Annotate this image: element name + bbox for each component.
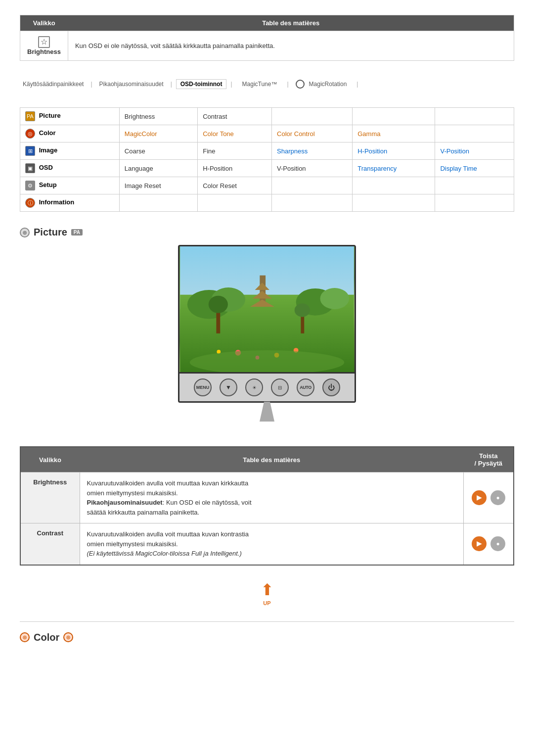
menu-color-control[interactable]: Color Control <box>272 125 353 142</box>
menu-table: PA Picture Brightness Contrast ◎ Color M… <box>20 107 514 212</box>
menu-color-label[interactable]: ◎ Color <box>20 125 120 142</box>
menu-language[interactable]: Language <box>119 160 197 177</box>
menu-empty-2 <box>353 108 435 125</box>
contrast-info-desc: Kuvaruutuvalikoiden avulla voit muuttaa … <box>80 523 464 565</box>
menu-ctrl-btn[interactable]: MENU <box>194 378 212 396</box>
menu-magiccolor[interactable]: MagicColor <box>119 125 197 142</box>
brightness-btn-group: ▶ ● <box>471 489 506 506</box>
contrast-stop-btn[interactable]: ● <box>490 536 505 551</box>
info-icon: ⓘ <box>25 198 35 208</box>
svg-point-13 <box>295 303 310 317</box>
nav-section: Käyttösäädinpainikkeet | Pikaohjausomina… <box>0 71 534 97</box>
contrast-ctrl-cell: ▶ ● <box>464 523 514 565</box>
menu-hposition[interactable]: H-Position <box>353 142 435 160</box>
nav-item-magicrotation[interactable]: MagicRotation <box>293 79 353 90</box>
menu-section: PA Picture Brightness Contrast ◎ Color M… <box>0 97 534 222</box>
magicrotation-label: MagicRotation <box>306 80 350 89</box>
menu-setup-label[interactable]: ⚙ Setup <box>20 177 120 194</box>
section-divider <box>20 621 514 622</box>
color-heading: ◎ Color ◎ <box>20 632 514 643</box>
info-col-table: Table des matières <box>80 447 464 472</box>
menu-hposition2[interactable]: H-Position <box>198 160 272 177</box>
brightness-bold-text: Pikaohjausominaisuudet <box>87 499 163 506</box>
power-ctrl-btn[interactable]: ⏻ <box>322 378 340 396</box>
menu-empty-4 <box>435 125 514 142</box>
menu-info-empty-3 <box>272 194 353 212</box>
menu-row-osd: ▣ OSD Language H-Position V-Position Tra… <box>20 160 514 177</box>
up-arrow-wrapper[interactable]: ⬆ UP <box>261 580 274 607</box>
menu-row-information: ⓘ Information <box>20 194 514 212</box>
brightness-ctrl-cell: ▶ ● <box>464 472 514 523</box>
menu-info-empty-5 <box>435 194 514 212</box>
nav-item-osd-toiminnot[interactable]: OSD-toiminnot <box>176 79 227 89</box>
menu-picture-label[interactable]: PA Picture <box>20 108 120 125</box>
brightness-row-icon-cell: ☆ Brightness <box>20 31 68 61</box>
info-table: Valikko Table des matières Toista / Pysä… <box>20 446 514 566</box>
nav-item-pikaohjaus[interactable]: Pikaohjausominaisuudet <box>96 80 167 89</box>
menu-sharpness[interactable]: Sharpness <box>272 142 353 160</box>
menu-color-tone[interactable]: Color Tone <box>198 125 272 142</box>
menu-info-empty-4 <box>353 194 435 212</box>
menu-osd-label[interactable]: ▣ OSD <box>20 160 120 177</box>
top-table: Valikko Table des matières ☆ Brightness … <box>20 15 514 61</box>
top-section: Valikko Table des matières ☆ Brightness … <box>0 0 534 71</box>
menu-vposition2[interactable]: V-Position <box>272 160 353 177</box>
image-icon: ⊞ <box>25 146 35 156</box>
monitor-ctrl-btn[interactable]: ⊟ <box>271 378 289 396</box>
brightness-stop-btn[interactable]: ● <box>490 490 505 505</box>
menu-gamma[interactable]: Gamma <box>353 125 435 142</box>
menu-empty-1 <box>272 108 353 125</box>
brightness-play-btn[interactable]: ▶ <box>472 490 487 505</box>
picture-heading: ◎ Picture PA <box>20 227 514 238</box>
menu-fine[interactable]: Fine <box>198 142 272 160</box>
info-col-valikko: Valikko <box>20 447 80 472</box>
contrast-info-label: Contrast <box>20 523 80 565</box>
color-heading-text: Color <box>34 632 59 643</box>
col-table-des-matieres: Table des matières <box>68 15 514 31</box>
brightness-desc: Kun OSD ei ole näytössä, voit säätää kir… <box>68 31 514 61</box>
brightness-info-label: Brightness <box>20 472 80 523</box>
contrast-italic-text: (Ei käytettävissä MagicColor-tiloissa Fu… <box>87 550 242 557</box>
monitor-wrapper: MENU ▼ ☀ ⊟ AUTO ⏻ <box>20 245 514 422</box>
menu-empty-5 <box>272 177 353 194</box>
monitor-arm <box>260 402 274 422</box>
info-col-toista: Toista / Pysäytä <box>464 447 514 472</box>
brightness-icon: ☆ <box>38 36 50 48</box>
auto-ctrl-btn[interactable]: AUTO <box>297 378 314 396</box>
magicrotation-icon <box>296 80 305 89</box>
picture-badge: PA <box>71 229 83 236</box>
contrast-play-btn[interactable]: ▶ <box>472 536 487 551</box>
picture-icon: PA <box>25 111 35 121</box>
down-ctrl-btn[interactable]: ▼ <box>220 378 237 396</box>
menu-brightness[interactable]: Brightness <box>119 108 197 125</box>
osd-icon: ▣ <box>25 163 35 173</box>
monitor-screen <box>178 245 356 374</box>
nav-item-kayttosaadinpainikkeet[interactable]: Käyttösäädinpainikkeet <box>20 80 87 89</box>
col-valikko: Valikko <box>20 15 68 31</box>
magictune-label: MagicTune™ <box>239 80 280 89</box>
picture-section: ◎ Picture PA <box>0 222 534 436</box>
menu-row-color: ◎ Color MagicColor Color Tone Color Cont… <box>20 125 514 142</box>
contrast-btn-group: ▶ ● <box>471 535 506 552</box>
menu-vposition[interactable]: V-Position <box>435 142 514 160</box>
menu-display-time[interactable]: Display Time <box>435 160 514 177</box>
menu-color-reset[interactable]: Color Reset <box>198 177 272 194</box>
info-section: Valikko Table des matières Toista / Pysä… <box>0 436 534 575</box>
menu-coarse[interactable]: Coarse <box>119 142 197 160</box>
up-arrow-symbol: ⬆ <box>261 580 274 599</box>
svg-point-11 <box>209 296 228 313</box>
brightness-ctrl-btn[interactable]: ☀ <box>245 378 263 396</box>
menu-empty-6 <box>353 177 435 194</box>
menu-image-label[interactable]: ⊞ Image <box>20 142 120 160</box>
menu-info-label[interactable]: ⓘ Information <box>20 194 120 212</box>
menu-image-reset[interactable]: Image Reset <box>119 177 197 194</box>
menu-transparency[interactable]: Transparency <box>353 160 435 177</box>
menu-empty-3 <box>435 108 514 125</box>
color-icon: ◎ <box>25 129 35 139</box>
nav-item-magictune[interactable]: MagicTune™ <box>236 79 283 90</box>
menu-contrast[interactable]: Contrast <box>198 108 272 125</box>
picture-heading-text: Picture <box>34 227 67 238</box>
nav-sep-5: | <box>354 80 361 89</box>
menu-info-empty-2 <box>198 194 272 212</box>
nav-bar: Käyttösäädinpainikkeet | Pikaohjausomina… <box>20 79 361 90</box>
